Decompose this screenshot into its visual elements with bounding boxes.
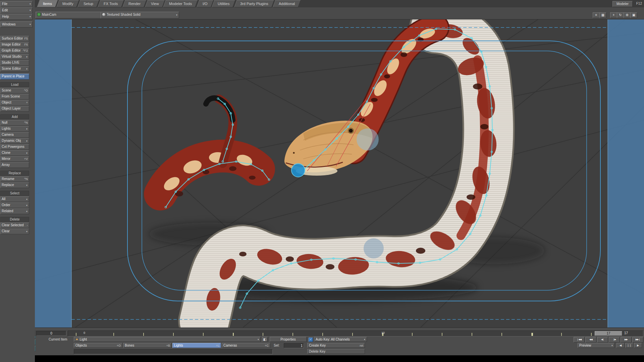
tab-items[interactable]: Items — [37, 0, 58, 7]
delete-key-button[interactable]: Delete Key — [307, 349, 365, 354]
tab-setup[interactable]: Setup — [77, 0, 99, 7]
chevron-down-icon — [26, 209, 28, 214]
sidebar-item-virtual-studio[interactable]: Virtual Studio — [0, 54, 29, 60]
pause-button[interactable]: ❘❘ — [625, 343, 633, 348]
cameras-mode-button[interactable]: Cameras+C — [222, 343, 270, 348]
file-menu[interactable]: File — [0, 1, 33, 7]
next-frame-button[interactable]: ❘▶ — [609, 337, 620, 343]
tab-io[interactable]: I/O — [197, 0, 214, 7]
viewport-toolbar: MainCam Textured Shaded Solid ≡ ▦ + ↻ ⊕ … — [35, 7, 644, 19]
chevron-down-icon — [26, 183, 28, 188]
play-forward-button[interactable]: ▶ — [634, 343, 642, 348]
sidebar-item-image-editor[interactable]: Image EditorF6 — [0, 42, 29, 48]
chevron-down-icon — [611, 343, 613, 348]
sidebar-item-rename[interactable]: Rename^N — [0, 176, 29, 182]
parent-in-place-toggle[interactable]: Parent in Place — [0, 74, 29, 79]
chevron-down-icon — [257, 337, 259, 342]
transport-controls: ❘◀◀ ◀◀ ◀❘ ❘▶ ▶▶ ▶▶❘ — [574, 337, 643, 343]
sidebar-item-add-lights[interactable]: Lights — [0, 126, 29, 132]
sidebar-item-graph-editor[interactable]: Graph Editor^F2 — [0, 48, 29, 54]
lights-mode-button[interactable]: Lights+L — [172, 343, 221, 348]
go-to-start-button[interactable]: ❘◀◀ — [574, 337, 585, 343]
tab-view[interactable]: View — [145, 0, 165, 7]
autokey-dropdown[interactable]: Auto Key: All Channels — [314, 337, 367, 342]
play-reverse-button[interactable]: ◀ — [616, 343, 625, 348]
grid-view-icon[interactable]: ▦ — [599, 12, 606, 18]
tab-utilities[interactable]: Utilities — [212, 0, 235, 7]
current-item-dropdown[interactable]: ✦Light — [74, 337, 261, 342]
sidebar-item-select-related[interactable]: Related — [0, 208, 29, 214]
sidebar-item-cvt-powergons[interactable]: Cvt Powergons — [0, 144, 29, 150]
tab-3rd-party-plugins[interactable]: 3rd Party Plugins — [234, 0, 274, 7]
tab-render[interactable]: Render — [122, 0, 147, 7]
chevron-down-icon — [29, 8, 31, 13]
modeler-button[interactable]: Modeler — [612, 1, 633, 7]
items-tool-list: Surface EditorF5 Image EditorF6 Graph Ed… — [0, 36, 29, 235]
sidebar-item-object-layer[interactable]: Object Layer — [0, 106, 29, 112]
sidebar-item-studio-live[interactable]: Studio LIVE — [0, 60, 29, 66]
sidebar-item-array[interactable]: Array — [0, 162, 29, 168]
sidebar-item-clone[interactable]: Clone — [0, 150, 29, 156]
sidebar-item-replace[interactable]: Replace — [0, 182, 29, 188]
tab-fx-tools[interactable]: FX Tools — [98, 0, 124, 7]
sidebar-item-clear-selected[interactable]: Clear Selected- — [0, 223, 29, 228]
previous-key-button[interactable]: ◀◀ — [585, 337, 596, 343]
tab-modeler-tools[interactable]: Modeler Tools — [163, 0, 198, 7]
letterbox-bar — [0, 355, 644, 362]
timeline-ticks — [68, 333, 643, 336]
maximize-view-icon[interactable]: ▣ — [630, 12, 637, 18]
section-header-select: Select — [0, 191, 29, 196]
rotate-view-icon[interactable]: ↻ — [617, 12, 624, 18]
timeline-ruler[interactable]: 0 10 17 17 — [68, 330, 643, 337]
bones-mode-button[interactable]: Bones+B — [123, 343, 172, 348]
chevron-down-icon — [26, 55, 28, 59]
sel-count-field: 1 — [284, 343, 304, 348]
pan-view-icon[interactable]: + — [610, 12, 617, 18]
autokey-checkbox[interactable]: ✓ — [309, 338, 313, 342]
sidebar-item-add-null[interactable]: Null^N — [0, 120, 29, 126]
timeline-label-0: 0 — [84, 331, 85, 335]
tab-modify[interactable]: Modify — [56, 0, 79, 7]
sidebar-item-mirror[interactable]: Mirror+V — [0, 156, 29, 162]
item-type-row: Objects+O Bones+B Lights+L Cameras+C Sel… — [35, 343, 644, 349]
next-key-button[interactable]: ▶▶ — [621, 337, 632, 343]
current-item-row: Current Item ✦Light ◧ Properties ✓ Auto … — [35, 337, 644, 343]
current-item-label: Current Item — [49, 338, 67, 341]
light-item-icon: ✦ — [75, 338, 78, 341]
sidebar-item-select-order[interactable]: Order — [0, 202, 29, 208]
objects-mode-button[interactable]: Objects+O — [74, 343, 122, 348]
sidebar-item-from-scene[interactable]: From Scene — [0, 94, 29, 100]
help-menu[interactable]: Help — [0, 14, 33, 20]
lightwave-layout-window: Items Modify Setup FX Tools Render View … — [0, 0, 644, 362]
zoom-view-icon[interactable]: ⊕ — [624, 12, 631, 18]
go-to-end-button[interactable]: ▶▶❘ — [632, 337, 643, 343]
sidebar-item-clear[interactable]: Clear — [0, 229, 29, 234]
chevron-down-icon — [26, 151, 28, 156]
sidebar-item-dynamic-obj[interactable]: Dynamic Obj — [0, 138, 29, 144]
edit-menu[interactable]: Edit — [0, 7, 33, 13]
previous-frame-button[interactable]: ◀❘ — [597, 337, 608, 343]
sidebar-item-surface-editor[interactable]: Surface EditorF5 — [0, 36, 29, 42]
preview-dropdown[interactable]: Preview — [578, 343, 614, 348]
windows-menu[interactable]: Windows — [0, 21, 33, 27]
sidebar-item-scene-editor[interactable]: Scene Editor — [0, 66, 29, 72]
sidebar-item-select-all[interactable]: All — [0, 196, 29, 202]
viewport-3d[interactable] — [35, 19, 644, 327]
tab-additional[interactable]: Additional — [273, 0, 301, 7]
timeline-slider-handle[interactable]: 17 — [595, 331, 622, 336]
sidebar-item-add-camera[interactable]: Camera — [0, 132, 29, 138]
timeline-end-label: 17 — [624, 331, 628, 335]
sidebar-item-load-scene[interactable]: Scene^O — [0, 88, 29, 94]
chevron-down-icon — [29, 22, 31, 27]
camera-select-dropdown[interactable]: MainCam — [36, 12, 105, 18]
chevron-down-icon — [26, 139, 28, 143]
viewport-canvas — [35, 19, 644, 327]
list-view-icon[interactable]: ≡ — [593, 12, 600, 18]
chevron-down-icon — [26, 229, 28, 234]
create-key-button[interactable]: Create Keyret — [307, 343, 365, 348]
properties-button[interactable]: Properties — [270, 337, 307, 342]
panel-toggle-icon[interactable]: ◧ — [262, 337, 268, 342]
shading-mode-dropdown[interactable]: Textured Shaded Solid — [101, 12, 179, 18]
frame-start-field[interactable]: 0 — [36, 331, 66, 336]
sidebar-item-load-object[interactable]: Object+ — [0, 100, 29, 106]
